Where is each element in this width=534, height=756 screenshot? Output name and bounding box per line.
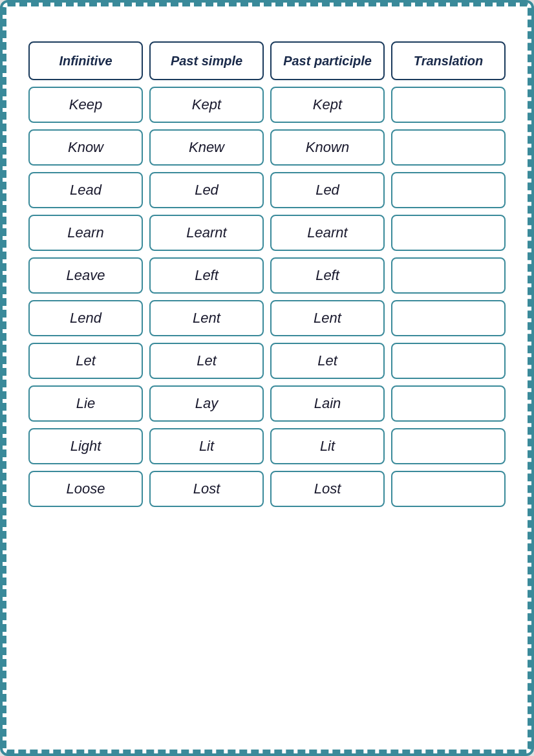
table-cell: Led <box>149 172 264 208</box>
table-cell[interactable] <box>391 172 506 208</box>
table-cell[interactable] <box>391 215 506 251</box>
table-cell[interactable] <box>391 343 506 379</box>
header-row: Infinitive Past simple Past participle T… <box>28 41 506 80</box>
table-cell[interactable] <box>391 471 506 507</box>
table-cell[interactable] <box>391 129 506 166</box>
verb-table: Infinitive Past simple Past participle T… <box>28 41 506 507</box>
table-row: LetLetLet <box>28 343 506 379</box>
table-cell: Known <box>270 129 385 166</box>
table-cell: Kept <box>149 87 264 123</box>
table-cell: Let <box>270 343 385 379</box>
table-cell: Let <box>28 343 143 379</box>
page: Infinitive Past simple Past participle T… <box>0 0 534 756</box>
table-row: LeaveLeftLeft <box>28 257 506 294</box>
header-infinitive: Infinitive <box>28 41 143 80</box>
table-cell: Led <box>270 172 385 208</box>
table-row: KeepKeptKept <box>28 87 506 123</box>
table-cell: Lay <box>149 385 264 422</box>
table-cell: Lost <box>270 471 385 507</box>
table-cell[interactable] <box>391 300 506 336</box>
table-cell: Loose <box>28 471 143 507</box>
table-cell[interactable] <box>391 385 506 422</box>
table-cell: Lie <box>28 385 143 422</box>
table-cell: Left <box>149 257 264 294</box>
table-row: LeadLedLed <box>28 172 506 208</box>
table-row: LieLayLain <box>28 385 506 422</box>
table-cell: Leave <box>28 257 143 294</box>
table-cell: Learn <box>28 215 143 251</box>
table-cell: Learnt <box>149 215 264 251</box>
table-cell: Knew <box>149 129 264 166</box>
table-row: LendLentLent <box>28 300 506 336</box>
header-translation: Translation <box>391 41 506 80</box>
table-cell: Lent <box>149 300 264 336</box>
table-cell: Learnt <box>270 215 385 251</box>
table-row: LightLitLit <box>28 428 506 464</box>
table-cell[interactable] <box>391 428 506 464</box>
table-cell: Keep <box>28 87 143 123</box>
table-row: KnowKnewKnown <box>28 129 506 166</box>
table-cell: Lent <box>270 300 385 336</box>
table-cell: Let <box>149 343 264 379</box>
header-past-participle: Past participle <box>270 41 385 80</box>
table-cell: Lit <box>270 428 385 464</box>
table-cell[interactable] <box>391 87 506 123</box>
table-cell: Left <box>270 257 385 294</box>
header-past-simple: Past simple <box>149 41 264 80</box>
table-cell: Light <box>28 428 143 464</box>
table-cell: Lost <box>149 471 264 507</box>
table-cell: Know <box>28 129 143 166</box>
table-row: LooseLostLost <box>28 471 506 507</box>
table-cell: Lend <box>28 300 143 336</box>
table-cell: Lit <box>149 428 264 464</box>
table-row: LearnLearntLearnt <box>28 215 506 251</box>
table-cell: Lead <box>28 172 143 208</box>
table-cell: Lain <box>270 385 385 422</box>
table-cell[interactable] <box>391 257 506 294</box>
table-cell: Kept <box>270 87 385 123</box>
